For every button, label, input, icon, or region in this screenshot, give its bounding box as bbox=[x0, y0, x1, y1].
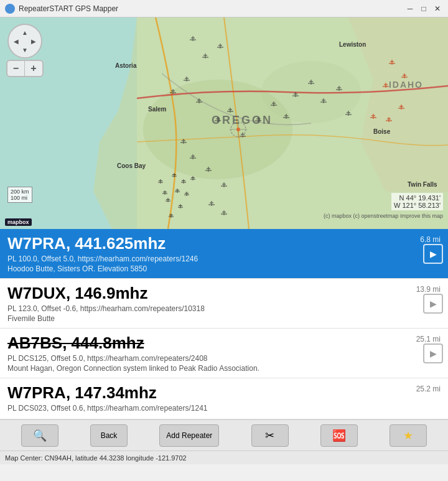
scissors-icon: ✂ bbox=[265, 429, 274, 442]
repeater-title-4: W7PRA, 147.34mhz bbox=[7, 383, 441, 403]
app-title: RepeaterSTART GPS Mapper bbox=[19, 4, 404, 13]
repeater-title-3: AB7BS, 444.8mhz bbox=[7, 334, 441, 353]
search-icon: 🔍 bbox=[33, 429, 47, 442]
map-attribution[interactable]: (c) mapbox (c) openstreetmap Improve thi… bbox=[324, 213, 443, 219]
repeater-distance-1: 6.8 mi bbox=[420, 235, 441, 244]
nav-right-button[interactable]: ▶ bbox=[29, 37, 38, 45]
repeater-location-3: Mount Hagan, Oregon Connection system li… bbox=[7, 364, 441, 373]
mapbox-logo: mapbox bbox=[5, 219, 32, 225]
svg-point-3 bbox=[261, 61, 361, 123]
coord-lat: N 44° 19.431' bbox=[394, 194, 441, 202]
add-repeater-label: Add Repeater bbox=[166, 431, 212, 440]
zoom-controls: − + bbox=[6, 60, 44, 77]
nav-down-button[interactable]: ▼ bbox=[21, 45, 29, 54]
repeater-item-4[interactable]: W7PRA, 147.34mhz PL DCS023, Offset 0.6, … bbox=[0, 378, 448, 419]
repeater-item-1[interactable]: W7PRA, 441.625mhz PL 100.0, Offset 5.0, … bbox=[0, 229, 448, 279]
nav-up-button[interactable]: ▲ bbox=[21, 28, 29, 37]
repeater-distance-3: 25.1 mi bbox=[416, 335, 441, 343]
repeater-list: W7PRA, 441.625mhz PL 100.0, Offset 5.0, … bbox=[0, 229, 448, 419]
app-icon bbox=[5, 4, 15, 14]
scale-mi: 100 mi bbox=[11, 195, 29, 201]
nav-left-button[interactable]: ◀ bbox=[12, 37, 21, 45]
tools-button[interactable]: ✂ bbox=[251, 424, 289, 447]
play-button-2[interactable]: ▶ bbox=[423, 294, 443, 314]
minimize-button[interactable]: ─ bbox=[404, 3, 416, 14]
toolbar: 🔍 Back Add Repeater ✂ 🆘 ★ bbox=[0, 419, 448, 451]
status-text: Map Center: CN94AH, latitude 44.3238 lon… bbox=[5, 454, 187, 462]
repeater-info-4: PL DCS023, Offset 0.6, https://hearham.c… bbox=[7, 404, 441, 413]
repeater-location-2: Fivemile Butte bbox=[7, 314, 441, 323]
help-button[interactable]: 🆘 bbox=[320, 424, 358, 447]
play-button-1[interactable]: ▶ bbox=[423, 244, 443, 264]
svg-point-95 bbox=[236, 128, 240, 131]
repeater-item-3[interactable]: AB7BS, 444.8mhz PL DCS125, Offset 5.0, h… bbox=[0, 329, 448, 378]
repeater-info-3: PL DCS125, Offset 5.0, https://hearham.c… bbox=[7, 354, 441, 363]
city-salem: Salem bbox=[148, 106, 166, 113]
repeater-item-2[interactable]: W7DUX, 146.9mhz PL 123.0, Offset -0.6, h… bbox=[0, 279, 448, 329]
repeater-title-1: W7PRA, 441.625mhz bbox=[7, 234, 441, 253]
help-icon: 🆘 bbox=[332, 429, 346, 442]
back-button[interactable]: Back bbox=[90, 424, 128, 447]
play-button-3[interactable]: ▶ bbox=[423, 343, 443, 363]
repeater-distance-2: 13.9 mi bbox=[416, 285, 441, 294]
maximize-button[interactable]: □ bbox=[418, 3, 429, 14]
star-icon: ★ bbox=[403, 429, 413, 442]
repeater-info-1: PL 100.0, Offset 5.0, https://hearham.co… bbox=[7, 255, 441, 263]
map-coordinates: N 44° 19.431' W 121° 58.213' bbox=[391, 193, 443, 210]
svg-point-2 bbox=[143, 80, 292, 179]
city-astoria: Astoria bbox=[115, 62, 136, 69]
map-controls: ▲ ◀ ▶ ▼ − + bbox=[6, 24, 44, 77]
star-button[interactable]: ★ bbox=[390, 424, 427, 447]
map-container[interactable]: OREGON IDAHO Lewiston Astoria Salem Bois… bbox=[0, 17, 448, 229]
back-label: Back bbox=[101, 431, 118, 440]
oregon-label: OREGON bbox=[212, 114, 273, 127]
city-coosbay: Coos Bay bbox=[117, 162, 146, 169]
add-repeater-button[interactable]: Add Repeater bbox=[159, 424, 219, 447]
city-twinfalls: Twin Falls bbox=[408, 181, 437, 188]
zoom-out-button[interactable]: − bbox=[7, 61, 25, 76]
repeater-location-1: Hoodoo Butte, Sisters OR. Elevation 5850 bbox=[7, 264, 441, 273]
repeater-info-2: PL 123.0, Offset -0.6, https://hearham.c… bbox=[7, 304, 441, 313]
titlebar: RepeaterSTART GPS Mapper ─ □ ✕ bbox=[0, 0, 448, 17]
nav-circle[interactable]: ▲ ◀ ▶ ▼ bbox=[7, 24, 42, 58]
search-button[interactable]: 🔍 bbox=[21, 424, 58, 447]
coord-lon: W 121° 58.213' bbox=[394, 202, 441, 209]
idaho-label: IDAHO bbox=[389, 80, 423, 90]
window-controls: ─ □ ✕ bbox=[404, 3, 443, 14]
close-button[interactable]: ✕ bbox=[432, 3, 443, 14]
city-boise: Boise bbox=[373, 128, 390, 135]
scale-km: 200 km bbox=[11, 189, 29, 195]
scale-bar: 200 km 100 mi bbox=[7, 187, 32, 203]
city-lewiston: Lewiston bbox=[339, 41, 366, 48]
repeater-title-2: W7DUX, 146.9mhz bbox=[7, 284, 441, 303]
zoom-in-button[interactable]: + bbox=[25, 61, 42, 76]
statusbar: Map Center: CN94AH, latitude 44.3238 lon… bbox=[0, 451, 448, 464]
repeater-distance-4: 25.2 mi bbox=[416, 385, 441, 393]
